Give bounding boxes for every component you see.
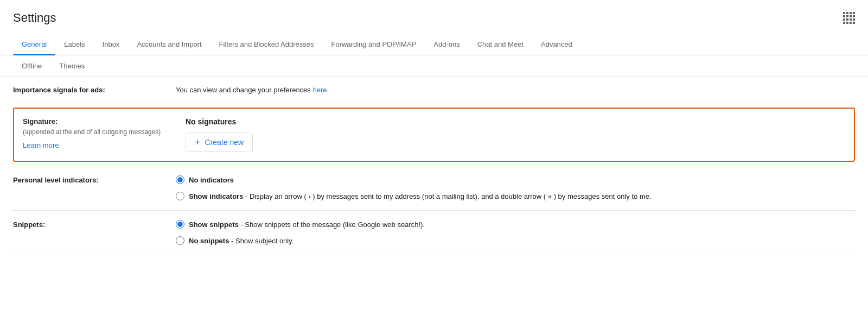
importance-signals-row: Importance signals for ads: You can view… [13, 77, 855, 103]
tab-accounts[interactable]: Accounts and Import [128, 34, 210, 55]
show-indicators-radio[interactable] [176, 192, 184, 200]
snippets-row: Snippets: Show snippets - Show snippets … [13, 211, 855, 255]
show-snippets-option[interactable]: Show snippets - Show snippets of the mes… [176, 219, 855, 230]
importance-here-link[interactable]: here [312, 86, 327, 94]
tab-inbox[interactable]: Inbox [94, 34, 129, 55]
signature-value: No signatures + Create new [186, 117, 845, 152]
tab-filters[interactable]: Filters and Blocked Addresses [210, 34, 323, 55]
tab-chat[interactable]: Chat and Meet [469, 34, 532, 55]
show-snippets-radio[interactable] [176, 220, 184, 229]
create-new-button[interactable]: + Create new [186, 133, 253, 152]
no-indicators-radio[interactable] [176, 175, 184, 184]
subtabs: Offline Themes [0, 55, 868, 77]
no-snippets-option[interactable]: No snippets - Show subject only. [176, 236, 855, 247]
signature-learn-more-link[interactable]: Learn more [23, 141, 59, 149]
personal-level-label: Personal level indicators: [13, 175, 176, 184]
personal-level-row: Personal level indicators: No indicators… [13, 166, 855, 211]
show-indicators-option[interactable]: Show indicators - Display an arrow ( › )… [176, 191, 855, 202]
tab-advanced[interactable]: Advanced [532, 34, 581, 55]
tab-addons[interactable]: Add-ons [425, 34, 468, 55]
tab-forwarding[interactable]: Forwarding and POP/IMAP [322, 34, 425, 55]
signature-section: Signature: (appended at the end of all o… [13, 108, 855, 162]
signature-label: Signature: (appended at the end of all o… [23, 117, 186, 149]
snippets-value: Show snippets - Show snippets of the mes… [176, 219, 855, 246]
grid-menu-icon[interactable] [843, 12, 855, 24]
no-indicators-option[interactable]: No indicators [176, 175, 855, 186]
tab-general[interactable]: General [13, 34, 55, 55]
snippets-radio-group: Show snippets - Show snippets of the mes… [176, 219, 855, 246]
snippets-label: Snippets: [13, 219, 176, 229]
main-tabs: General Labels Inbox Accounts and Import… [0, 34, 868, 55]
plus-icon: + [195, 137, 201, 147]
importance-signals-label: Importance signals for ads: [13, 86, 176, 94]
personal-level-value: No indicators Show indicators - Display … [176, 175, 855, 201]
no-signatures-text: No signatures [186, 117, 845, 126]
tab-labels[interactable]: Labels [55, 34, 93, 55]
no-snippets-radio[interactable] [176, 236, 184, 245]
page-title: Settings [13, 11, 56, 25]
subtab-themes[interactable]: Themes [50, 58, 93, 74]
personal-level-radio-group: No indicators Show indicators - Display … [176, 175, 855, 201]
importance-signals-value: You can view and change your preferences… [176, 86, 329, 94]
subtab-offline[interactable]: Offline [13, 58, 50, 74]
